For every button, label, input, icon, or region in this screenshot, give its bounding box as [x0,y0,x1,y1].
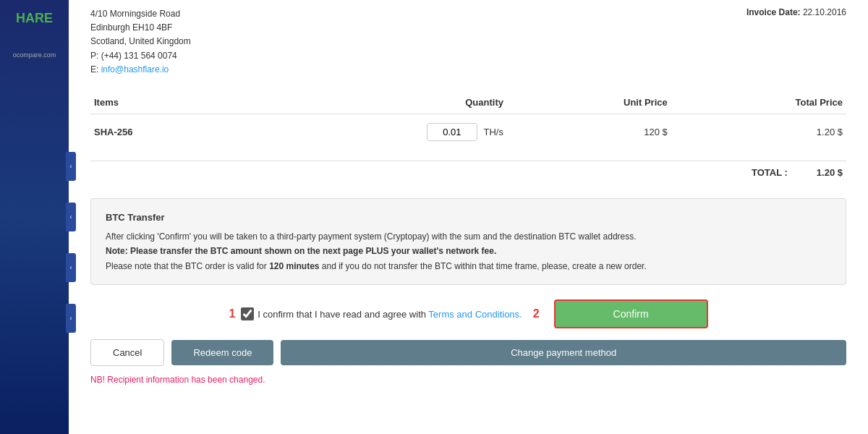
sidebar: HARE ocompare.com ‹ ‹ ‹ ‹ [0,0,69,434]
logo-accent: H [16,11,25,25]
phone-value: (+44) 131 564 0074 [101,51,177,61]
phone-label: P: [90,51,98,61]
table-row: SHA-256 TH/s 120 $ 1.20 $ [90,114,846,150]
row-unit-price: 120 $ [507,114,671,150]
step2-label: 2 [533,307,540,320]
total-row: TOTAL : 1.20 $ [90,161,846,184]
checkbox-group: 1 I confirm that I have read and agree w… [229,307,522,320]
action-buttons: Cancel Redeem code Change payment method [90,339,846,366]
invoice-table: Items Quantity Unit Price Total Price SH… [90,91,846,150]
table-header-row: Items Quantity Unit Price Total Price [90,91,846,114]
cancel-button[interactable]: Cancel [90,339,164,366]
address-block: 4/10 Morningside Road Edinburgh EH10 4BF… [90,7,191,77]
col-unit-price: Unit Price [507,91,671,114]
address-line3: Scotland, United Kingdom [90,35,191,48]
agree-text: I confirm that I have read and agree wit… [258,309,522,320]
address-line2: Edinburgh EH10 4BF [90,21,191,35]
change-payment-button[interactable]: Change payment method [281,340,846,365]
address-line1: 4/10 Morningside Road [90,7,191,21]
sidebar-domain: ocompare.com [13,51,56,59]
row-total-price: 1.20 $ [671,114,846,150]
info-time: 120 minutes [269,261,319,271]
row-item: SHA-256 [90,114,238,150]
terms-checkbox[interactable] [241,307,254,320]
invoice-date: Invoice Date: 22.10.2016 [746,7,846,77]
email-link[interactable]: info@hashflare.io [101,64,169,75]
info-line3-prefix: Please note that the BTC order is valid … [106,261,269,271]
invoice-date-label: Invoice Date: [746,7,801,17]
email-label: E: [90,64,98,75]
info-box-line3: Please note that the BTC order is valid … [106,259,831,273]
col-items: Items [90,91,238,114]
confirm-button[interactable]: Confirm [554,299,708,328]
total-label: TOTAL : [752,167,788,178]
logo-text: ARE [25,11,53,25]
top-row: 4/10 Morningside Road Edinburgh EH10 4BF… [90,7,846,77]
address-phone: P: (+44) 131 564 0074 [90,49,191,63]
info-box-line2: Note: Please transfer the BTC amount sho… [106,244,831,258]
step1-label: 1 [229,307,235,320]
row-qty: TH/s [238,114,507,150]
qty-input[interactable] [427,123,477,141]
notice-text: NB! Recipient information has been chang… [90,375,846,385]
info-line3-suffix: and if you do not transfer the BTC withi… [320,261,647,271]
address-email: E: info@hashflare.io [90,63,191,77]
redeem-code-button[interactable]: Redeem code [171,340,273,365]
row-unit: TH/s [484,127,503,137]
sidebar-logo: HARE [12,7,56,30]
info-note: Note: Please transfer the BTC amount sho… [106,246,496,256]
main-content: 4/10 Morningside Road Edinburgh EH10 4BF… [69,0,868,434]
terms-link[interactable]: Terms and Conditions. [428,309,522,320]
col-quantity: Quantity [238,91,507,114]
info-box-line1: After clicking 'Confirm' you will be tak… [106,229,831,244]
btc-info-box: BTC Transfer After clicking 'Confirm' yo… [90,198,846,285]
total-value: 1.20 $ [817,167,843,178]
confirm-section: 1 I confirm that I have read and agree w… [90,299,846,328]
info-box-title: BTC Transfer [106,210,831,226]
agree-prefix: I confirm that I have read and agree wit… [258,309,428,320]
invoice-date-value: 22.10.2016 [803,7,846,17]
col-total-price: Total Price [671,91,846,114]
